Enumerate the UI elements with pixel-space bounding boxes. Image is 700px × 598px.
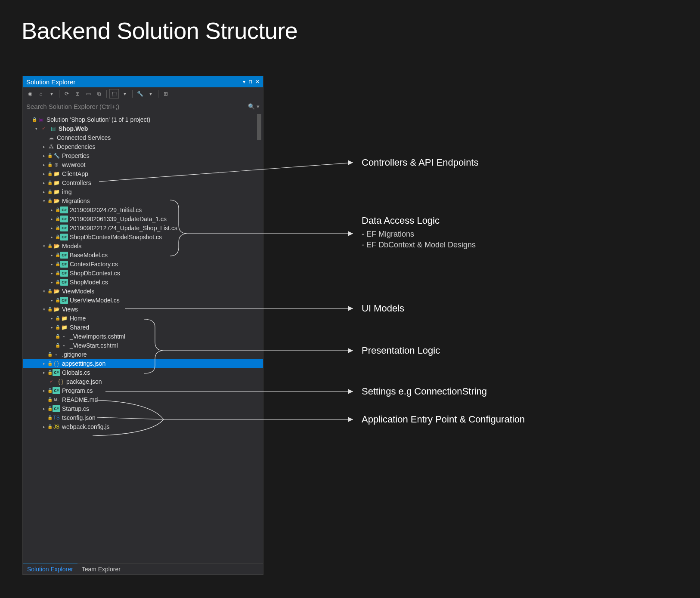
annotation-controllers: Controllers & API Endpoints	[362, 157, 478, 168]
tree-item-label: UserViewModel.cs	[70, 297, 120, 304]
svg-marker-2	[348, 306, 353, 311]
expand-icon[interactable]: ▸	[41, 406, 47, 412]
tree-view[interactable]: 🔒▣Solution 'Shop.Solution' (1 of 1 proje…	[23, 113, 263, 563]
show-all-icon[interactable]: ▭	[84, 89, 93, 99]
tree-item[interactable]: 🔒TStsconfig.json	[23, 413, 263, 422]
expand-icon[interactable]: ▸	[49, 207, 55, 213]
tab-solution-explorer[interactable]: Solution Explorer	[23, 564, 77, 574]
tree-item[interactable]: ▾🔒📂Models	[23, 241, 263, 250]
tree-item[interactable]: ▸🔒📁img	[23, 187, 263, 196]
tree-item[interactable]: ▸🔒C#ShopDbContext.cs	[23, 268, 263, 277]
home-icon[interactable]: ⌂	[36, 89, 46, 99]
back-icon[interactable]: ◉	[25, 89, 35, 99]
expand-icon[interactable]: ▸	[49, 261, 55, 267]
tree-item[interactable]: ▸🔒C#20190902061339_UpdateData_1.cs	[23, 214, 263, 223]
expand-icon[interactable]: ▸	[41, 189, 47, 195]
sync-icon[interactable]: ⟳	[62, 89, 71, 99]
tree-item[interactable]: ▸🔒C#20190902024729_Initial.cs	[23, 205, 263, 214]
tree-item[interactable]: ✓{ }package.json	[23, 377, 263, 386]
tree-item[interactable]: ▸🔒🔧Properties	[23, 151, 263, 160]
dropdown-icon[interactable]: ▾	[146, 89, 155, 99]
tree-item[interactable]: ▸🔒JSwebpack.config.js	[23, 422, 263, 431]
tab-team-explorer[interactable]: Team Explorer	[77, 564, 125, 574]
expand-icon[interactable]: ▸	[49, 270, 55, 276]
expand-icon[interactable]: ▸	[41, 388, 47, 394]
expand-icon[interactable]: ▸	[49, 216, 55, 222]
copy-icon[interactable]: ⧉	[94, 89, 104, 99]
tree-item[interactable]: ▸🔒C#Startup.cs	[23, 404, 263, 413]
tree-item-label: BaseModel.cs	[70, 252, 108, 259]
expand-icon[interactable]: ▸	[41, 162, 47, 168]
tree-item[interactable]: ▾🔒📂ViewModels	[23, 287, 263, 296]
expander-spacer	[41, 379, 47, 385]
tree-item[interactable]: ▸🔒C#ShopDbContextModelSnapshot.cs	[23, 232, 263, 241]
tree-item[interactable]: ▸🔒📁Controllers	[23, 178, 263, 187]
tree-item[interactable]: ▾🔒📂Views	[23, 305, 263, 314]
expand-icon[interactable]: ▸	[49, 225, 55, 231]
svg-marker-1	[348, 231, 353, 236]
md-icon: M↓	[53, 396, 60, 403]
expand-icon[interactable]: ▸	[49, 279, 55, 285]
tree-item-label: ViewModels	[62, 288, 94, 295]
tree-item[interactable]: ▸🔒⊕wwwroot	[23, 160, 263, 169]
close-icon[interactable]: ✕	[255, 79, 260, 85]
collapse-icon[interactable]: ▾	[41, 198, 47, 204]
collapse-icon[interactable]: ▾	[41, 288, 47, 294]
dep-icon: ⁂	[47, 143, 55, 150]
lock-icon: 🔒	[55, 234, 60, 239]
expand-icon[interactable]: ▸	[49, 234, 55, 240]
tree-item[interactable]: 🔒M↓README.md	[23, 395, 263, 404]
tree-item[interactable]: ▸⁂Dependencies	[23, 142, 263, 151]
tree-item[interactable]: ▸🔒C#ContextFactory.cs	[23, 259, 263, 268]
tree-item[interactable]: ▸🔒{ }appsettings.json	[23, 359, 263, 368]
expand-icon[interactable]: ▸	[41, 171, 47, 177]
tree-item[interactable]: ▸🔒C#ShopModel.cs	[23, 277, 263, 287]
lock-icon: 🔒	[55, 298, 60, 302]
expand-icon[interactable]: ▸	[49, 315, 55, 321]
tree-item[interactable]: ▸🔒C#Program.cs	[23, 386, 263, 395]
pin-icon[interactable]: ⊓	[248, 79, 252, 85]
expand-icon[interactable]: ▸	[41, 370, 47, 376]
js-icon: JS	[53, 423, 60, 430]
expand-icon[interactable]: ▸	[49, 297, 55, 303]
expand-icon[interactable]: ▸	[49, 324, 55, 330]
tree-item[interactable]: ▸🔒📁ClientApp	[23, 169, 263, 178]
dropdown-icon[interactable]: ▾	[243, 79, 245, 85]
tree-item[interactable]: ☁Connected Services	[23, 133, 263, 142]
tree-item[interactable]: ▾✓▤Shop.Web	[23, 124, 263, 133]
expand-icon[interactable]: ▸	[41, 361, 47, 367]
properties-icon[interactable]: 🔧	[135, 89, 145, 99]
expand-icon[interactable]: ▸	[41, 424, 47, 430]
tree-item[interactable]: ▸🔒C#20190902212724_Update_Shop_List.cs	[23, 223, 263, 232]
scrollbar[interactable]	[257, 113, 262, 563]
svg-marker-5	[348, 417, 353, 422]
tree-item[interactable]: 🔒▫_ViewStart.cshtml	[23, 341, 263, 350]
tree-item[interactable]: ▸🔒📁Home	[23, 314, 263, 323]
tree-item-label: package.json	[66, 378, 102, 385]
folder-open-icon: 📂	[53, 197, 60, 204]
expand-icon[interactable]: ▸	[41, 180, 47, 186]
collapse-icon[interactable]: ▾	[41, 243, 47, 249]
tree-item[interactable]: 🔒▫_ViewImports.cshtml	[23, 332, 263, 341]
collapse-icon[interactable]: ▾	[33, 126, 39, 132]
tree-item[interactable]: ▾🔒📂Migrations	[23, 196, 263, 205]
preview-icon[interactable]: ⬚	[109, 89, 119, 99]
search-icon[interactable]: 🔍 ▾	[248, 103, 260, 110]
dropdown-icon[interactable]: ▾	[120, 89, 130, 99]
lock-icon: 🔒	[47, 153, 53, 158]
filter-icon[interactable]: ⊞	[73, 89, 82, 99]
dropdown-icon[interactable]: ▾	[47, 89, 56, 99]
search-bar[interactable]: Search Solution Explorer (Ctrl+;) 🔍 ▾	[23, 100, 263, 113]
collapse-icon[interactable]: ▾	[41, 306, 47, 312]
expand-icon[interactable]: ▸	[41, 153, 47, 159]
svg-marker-4	[348, 389, 353, 394]
tree-item[interactable]: ▸🔒C#BaseModel.cs	[23, 250, 263, 259]
tree-item[interactable]: 🔒▫.gitignore	[23, 350, 263, 359]
expand-icon[interactable]: ▸	[41, 144, 47, 150]
tree-item[interactable]: 🔒▣Solution 'Shop.Solution' (1 of 1 proje…	[23, 115, 263, 124]
tree-item[interactable]: ▸🔒C#Globals.cs	[23, 368, 263, 377]
tree-item[interactable]: ▸🔒📁Shared	[23, 323, 263, 332]
tree-icon[interactable]: ⊞	[161, 89, 170, 99]
expand-icon[interactable]: ▸	[49, 252, 55, 258]
tree-item[interactable]: ▸🔒C#UserViewModel.cs	[23, 296, 263, 305]
